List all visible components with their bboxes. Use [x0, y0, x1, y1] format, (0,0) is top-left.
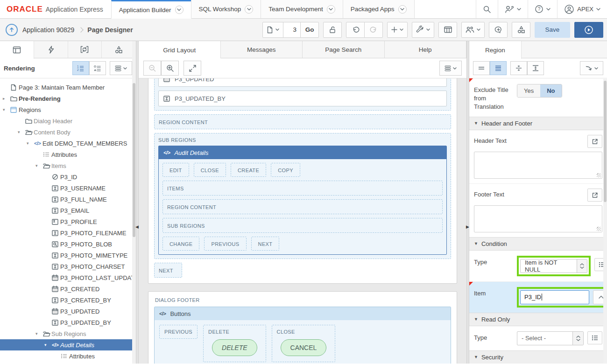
- right-panel-scrollbar[interactable]: [603, 79, 607, 364]
- tab-packaged-apps[interactable]: Packaged Apps: [343, 0, 415, 18]
- tree-item-p3-photo-filename[interactable]: P3_PHOTO_FILENAME: [0, 227, 136, 238]
- tree-item-attributes[interactable]: Attributes: [0, 350, 136, 362]
- cancel-button[interactable]: CANCEL: [281, 339, 327, 356]
- expander-icon[interactable]: ▸: [3, 96, 10, 101]
- delete-button[interactable]: DELETE: [212, 339, 257, 356]
- go-button[interactable]: Go: [300, 22, 319, 38]
- collapse-all-groups-button[interactable]: [473, 61, 490, 75]
- tree-item-p3-username[interactable]: P3_USERNAME: [0, 182, 136, 194]
- user-menu-button[interactable]: APEX: [557, 0, 607, 18]
- page-selector-button[interactable]: [262, 22, 283, 38]
- button-slot-edit[interactable]: EDIT: [162, 163, 189, 177]
- tree-item-dialog-header[interactable]: Dialog Header: [0, 115, 136, 126]
- tab-page-search[interactable]: Page Search: [303, 41, 385, 58]
- button-slot-change[interactable]: CHANGE: [162, 237, 199, 251]
- tab-dynamic-actions[interactable]: [34, 41, 68, 58]
- utilities-menu-button[interactable]: [412, 22, 434, 38]
- help-menu-button[interactable]: ?: [528, 0, 557, 18]
- tree-item-edit-demo-team-members[interactable]: ▾</>Edit DEMO_TEAM_MEMBERS: [0, 138, 136, 149]
- tree-item-items[interactable]: ▾Items: [0, 160, 136, 171]
- buttons-region[interactable]: </> Buttons PREVIOUSDELETEDELETECLOSECAN…: [154, 307, 451, 364]
- left-splitter[interactable]: ◀: [136, 41, 139, 364]
- button-slot-close[interactable]: CLOSE: [194, 163, 226, 177]
- tree-item-p3-email[interactable]: P3_EMAIL: [0, 205, 136, 216]
- section-security[interactable]: ▼ Security: [469, 350, 607, 364]
- layout-columns-button[interactable]: [438, 22, 457, 38]
- zoom-out-button[interactable]: [143, 61, 161, 76]
- go-up-button[interactable]: [6, 24, 18, 36]
- lock-page-button[interactable]: [323, 22, 342, 38]
- tree-menu-button[interactable]: [110, 61, 132, 75]
- undo-button[interactable]: [346, 22, 365, 38]
- tree-item-p3-updated[interactable]: P3_UPDATED: [0, 306, 136, 317]
- shared-components-button[interactable]: [512, 22, 530, 38]
- quick-pick-list-button[interactable]: [587, 331, 602, 344]
- team-menu-button[interactable]: [461, 22, 485, 38]
- footer-text-textarea[interactable]: [474, 205, 602, 232]
- tab-help[interactable]: Help: [385, 41, 467, 58]
- expander-icon[interactable]: ▾: [35, 163, 43, 168]
- page-number-input[interactable]: 3: [283, 22, 301, 38]
- add-comment-button[interactable]: [489, 22, 508, 38]
- order-by-component-type-toggle[interactable]: [89, 61, 106, 75]
- select-spinner[interactable]: [577, 259, 587, 273]
- section-header-and-footer[interactable]: ▼ Header and Footer: [469, 117, 607, 130]
- buttons-region-header[interactable]: </> Buttons: [155, 307, 451, 320]
- tree-item-attributes[interactable]: Attributes: [0, 149, 136, 160]
- chevron-down-icon[interactable]: [175, 6, 184, 14]
- tab-rendering[interactable]: [0, 41, 34, 59]
- expand-all-button[interactable]: [184, 61, 201, 76]
- tree-item-p3-id[interactable]: P3_ID: [0, 171, 136, 182]
- tree-item-page-3-maintain-team-member[interactable]: Page 3: Maintain Team Member: [0, 82, 136, 93]
- tree-item-p3-created[interactable]: P3_CREATED: [0, 283, 136, 294]
- redo-button[interactable]: [364, 22, 383, 38]
- expander-icon[interactable]: ▾: [18, 130, 25, 134]
- tree-item-p3-photo-mimetype[interactable]: P3_PHOTO_MIMETYPE: [0, 250, 136, 261]
- tree-item-regions[interactable]: ▾Regions: [0, 104, 136, 115]
- open-in-dialog-button[interactable]: [587, 135, 602, 148]
- search-button[interactable]: [476, 0, 498, 18]
- header-text-textarea[interactable]: [474, 152, 602, 179]
- tab-processing[interactable]: [68, 41, 102, 58]
- order-by-processing-toggle[interactable]: 12: [72, 61, 89, 75]
- tree-item-p3-updated-by[interactable]: P3_UPDATED_BY: [0, 317, 136, 328]
- grid-item-p3-updated[interactable]: P3_UPDATED: [158, 78, 447, 87]
- grid-item-p3-updated-by[interactable]: P3_UPDATED_BY: [158, 91, 447, 106]
- region-content-slot[interactable]: REGION CONTENT: [154, 114, 451, 129]
- tree-item-sub-regions[interactable]: ▾Sub Regions: [0, 328, 136, 339]
- expander-icon[interactable]: ▾: [35, 331, 43, 336]
- tab-messages[interactable]: Messages: [221, 41, 303, 58]
- open-in-dialog-button[interactable]: [587, 189, 602, 202]
- tab-team-development[interactable]: Team Development: [261, 0, 343, 18]
- expand-all-groups-button[interactable]: [490, 61, 507, 75]
- layout-menu-button[interactable]: [439, 61, 462, 76]
- select-spinner[interactable]: [572, 332, 583, 345]
- expander-icon[interactable]: ▾: [27, 141, 34, 146]
- yes-option[interactable]: Yes: [517, 84, 540, 97]
- button-slot-create[interactable]: CREATE: [231, 163, 266, 177]
- tree-item-p3-photo-last-updated[interactable]: P3_PHOTO_LAST_UPDATED: [0, 272, 136, 283]
- layout-slot-items[interactable]: ITEMS: [162, 181, 443, 196]
- read-only-type-select[interactable]: - Select -: [517, 331, 584, 345]
- audit-details-header[interactable]: </> Audit Details: [159, 146, 446, 159]
- condition-item-input[interactable]: P3_ID: [520, 290, 589, 304]
- tree-item-content-body[interactable]: ▾Content Body: [0, 126, 136, 138]
- section-read-only[interactable]: ▼ Read Only: [469, 313, 607, 326]
- button-slot-copy[interactable]: COPY: [271, 163, 300, 177]
- tree-item-p3-full-name[interactable]: P3_FULL_NAME: [0, 194, 136, 205]
- next-slot[interactable]: NEXT: [154, 263, 182, 278]
- run-page-button[interactable]: [574, 22, 603, 38]
- tab-page-shared-components[interactable]: [102, 41, 136, 58]
- collapse-right-icon[interactable]: ▶: [466, 224, 469, 229]
- tree-item-pre-rendering[interactable]: ▸Pre-Rendering: [0, 93, 136, 104]
- administration-menu-button[interactable]: [498, 0, 528, 18]
- tab-application-builder[interactable]: Application Builder: [111, 0, 191, 19]
- layout-slot-sub-regions[interactable]: SUB REGIONS: [162, 218, 443, 233]
- tree-item-p3-photo-charset[interactable]: P3_PHOTO_CHARSET: [0, 261, 136, 272]
- layout-slot-region-content[interactable]: REGION CONTENT: [162, 199, 443, 214]
- button-slot-next[interactable]: NEXT: [251, 237, 280, 251]
- tree-item-p3-created-by[interactable]: P3_CREATED_BY: [0, 294, 136, 306]
- expand-sections-button[interactable]: [527, 61, 544, 75]
- expander-icon[interactable]: ▾: [44, 343, 52, 347]
- save-button[interactable]: Save: [535, 22, 570, 38]
